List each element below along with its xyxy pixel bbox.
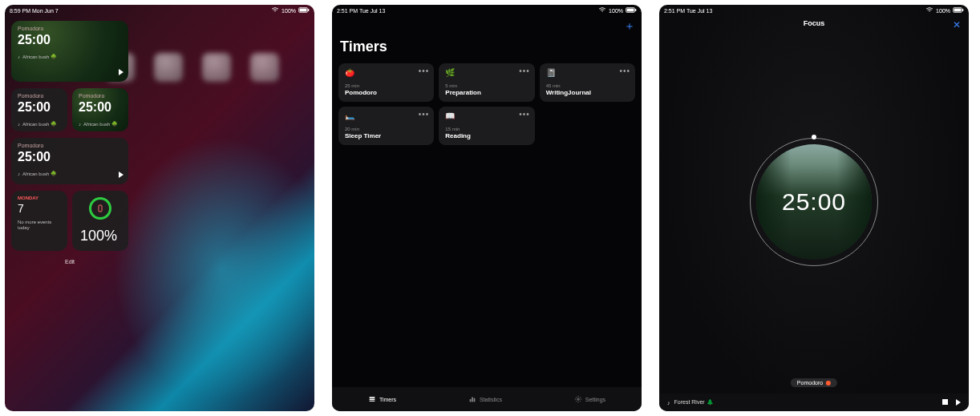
battery-icon [953,7,964,14]
timer-emoji: 📓 [546,68,556,77]
more-icon[interactable]: ••• [619,67,630,75]
widget-label: Pomodoro [79,93,122,99]
widget-label: Pomodoro [18,26,122,31]
add-timer-button[interactable]: ＋ [624,19,635,34]
timer-card-reading[interactable]: 📖 ••• 15 min Reading [439,107,534,145]
more-icon[interactable]: ••• [519,110,530,119]
widget-time: 25:00 [79,100,122,115]
pomodoro-widget-small[interactable]: Pomodoro 25:00 ♪ African bush 🌳 [11,88,67,131]
focus-dial[interactable]: 25:00 [750,138,878,266]
battery-widget[interactable]: 100% [72,191,128,251]
timer-cards-grid: 🍅 ••• 25 min Pomodoro 🌿 ••• 5 min Prepar… [332,63,642,145]
focus-screen: 2:51 PM Tue Jul 13 100% Focus ✕ 25:00 Po… [659,5,969,411]
timer-emoji: 🍅 [345,68,354,77]
tab-label: Statistics [480,397,502,402]
svg-rect-16 [962,9,963,11]
widget-track: ♪ African bush 🌳 [79,121,122,127]
battery-percent: 100% [80,228,117,244]
tab-settings[interactable]: Settings [574,395,605,404]
svg-rect-10 [470,399,472,402]
svg-rect-6 [635,9,636,11]
more-icon[interactable]: ••• [419,67,430,75]
timer-card-preparation[interactable]: 🌿 ••• 5 min Preparation [439,63,534,102]
status-time: 2:51 PM Tue Jul 13 [337,8,385,14]
svg-rect-9 [370,401,375,402]
close-icon[interactable]: ✕ [953,19,961,30]
widget-track: ♪ African bush 🌳 [18,54,122,59]
status-bar: 2:51 PM Tue Jul 13 100% [332,5,642,16]
edit-button[interactable]: Edit [11,259,128,265]
tab-timers[interactable]: Timers [368,395,396,404]
svg-rect-11 [472,397,473,402]
play-icon[interactable] [119,69,124,77]
pomodoro-widget-small-forest[interactable]: Pomodoro 25:00 ♪ African bush 🌳 [72,88,128,131]
wifi-icon [271,7,279,14]
calendar-date: 7 [18,202,61,215]
calendar-noevents: No more events today [18,220,61,231]
timer-duration: 25 min [345,83,427,88]
svg-rect-5 [627,9,634,12]
battery-icon [626,7,637,14]
pill-label: Pomodoro [797,380,823,386]
widget-time: 25:00 [18,33,122,47]
pomodoro-widget-large[interactable]: Pomodoro 25:00 ♪ African bush 🌳 [11,21,128,82]
status-battery-pct: 100% [936,8,950,14]
widget-time: 25:00 [18,100,61,115]
battery-ring-icon [89,197,111,220]
svg-rect-1 [300,9,307,12]
timer-list-icon [368,395,376,404]
tab-bar: Timers Statistics Settings [332,387,642,411]
tab-label: Timers [379,397,396,402]
widget-label: Pomodoro [18,143,122,148]
svg-rect-12 [474,398,476,402]
play-icon[interactable] [119,172,124,180]
svg-rect-7 [370,397,375,398]
track-name: Forest River 🌲 [674,399,714,406]
timer-name: WritingJournal [546,89,629,96]
focus-timer-pill[interactable]: Pomodoro [791,378,837,387]
wifi-icon [925,7,933,14]
home-screen: 8:59 PM Mon Jun 7 100% Pomodoro 25:00 ♪ … [5,5,314,411]
wifi-icon [598,7,606,14]
calendar-widget[interactable]: MONDAY 7 No more events today [11,191,67,251]
timer-duration: 20 min [345,127,427,131]
timer-card-pomodoro[interactable]: 🍅 ••• 25 min Pomodoro [338,63,434,102]
tomato-dot-icon [826,381,831,386]
focus-title: Focus [659,19,969,27]
svg-rect-15 [954,9,962,12]
tab-statistics[interactable]: Statistics [468,395,502,404]
svg-rect-3 [99,205,102,212]
timer-emoji: 🌿 [445,68,455,77]
svg-rect-2 [308,9,309,11]
now-playing-track[interactable]: ♪ Forest River 🌲 [667,399,714,406]
timer-card-sleep[interactable]: 🛏️ ••• 20 min Sleep Timer [338,107,434,145]
timer-name: Sleep Timer [345,132,427,139]
now-playing-bar: ♪ Forest River 🌲 [659,394,969,411]
timer-card-writingjournal[interactable]: 📓 ••• 45 min WritingJournal [540,63,635,102]
status-battery-pct: 100% [609,8,623,14]
tab-label: Settings [585,397,605,402]
stop-button[interactable] [942,399,948,406]
more-icon[interactable]: ••• [419,110,430,119]
widgets-column: Pomodoro 25:00 ♪ African bush 🌳 Pomodoro… [5,16,135,269]
more-icon[interactable]: ••• [519,67,530,75]
status-bar: 8:59 PM Mon Jun 7 100% [5,5,314,16]
calendar-day-label: MONDAY [18,196,61,200]
widget-track: ♪ African bush 🌳 [18,121,61,127]
status-battery-pct: 100% [281,8,296,14]
widget-label: Pomodoro [18,93,61,99]
svg-rect-8 [370,398,375,400]
timer-duration: 45 min [546,83,629,88]
timer-name: Pomodoro [345,89,427,96]
play-button[interactable] [956,399,961,406]
gear-icon [574,395,582,404]
timer-name: Reading [445,132,528,139]
status-time: 8:59 PM Mon Jun 7 [10,8,59,14]
widget-track: ♪ African bush 🌳 [18,171,122,176]
widget-time: 25:00 [18,150,122,164]
status-bar: 2:51 PM Tue Jul 13 100% [659,5,969,16]
pomodoro-widget-medium[interactable]: Pomodoro 25:00 ♪ African bush 🌳 [11,138,128,184]
svg-point-13 [577,398,580,400]
focus-time: 25:00 [750,138,878,266]
timer-duration: 15 min [445,127,528,131]
